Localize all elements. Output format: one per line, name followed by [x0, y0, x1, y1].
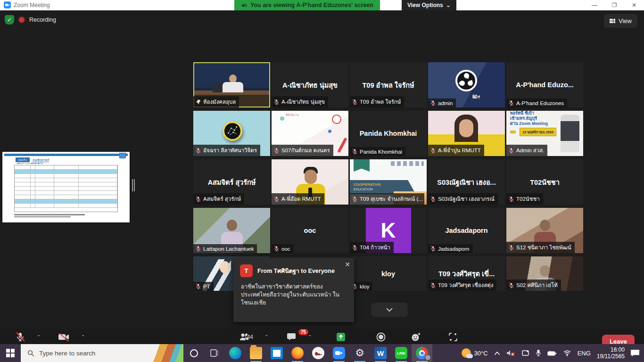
participant-tile[interactable]: JadsadapornJadsadaporn	[428, 208, 505, 253]
muted-mic-icon	[195, 196, 201, 202]
slide-ribbon	[354, 159, 370, 172]
taskbar-edge[interactable]	[225, 344, 246, 362]
participant-name-label: admin	[428, 99, 456, 107]
chat-notification-popup[interactable]: ✕ T From Tศศินิตฐา to Everyone อาชีพในสา…	[233, 258, 354, 322]
taskbar-file-explorer[interactable]	[246, 344, 266, 362]
taskbar-word[interactable]: W	[370, 344, 391, 362]
participant-tile[interactable]: COOPERATIVEEDUCATIONT09 สุเบซะ จำนงลักษณ…	[350, 159, 427, 205]
tray-expand-chevron[interactable]	[494, 351, 500, 355]
minimize-button[interactable]: —	[585, 0, 604, 10]
taskbar-zoom[interactable]	[329, 344, 349, 362]
muted-mic-icon	[195, 283, 201, 289]
video-options-caret[interactable]: ⌃	[81, 334, 85, 339]
taskbar-garuda-app[interactable]: ๛	[308, 344, 329, 362]
taskbar-search-input[interactable]: Type here to search	[21, 344, 183, 362]
participant-tile[interactable]: Panida KhomkhaiPanida Khomkhai	[350, 111, 427, 156]
participant-tile[interactable]: อัจฉรา ลีลาทัศนาวิจิตร	[193, 111, 270, 156]
participant-tile[interactable]: Aสมจิตร์ สุวรักษ์Aสมจิตร์ สุวรักษ์	[193, 159, 270, 205]
zoom-app-icon	[4, 1, 11, 8]
participant-name-label: A-พี่อ๊อด RMUTT	[272, 193, 324, 205]
chat-popup-close-icon[interactable]: ✕	[345, 261, 350, 268]
gallery-next-page-button[interactable]	[371, 303, 408, 317]
screen-cast-icon[interactable]	[521, 350, 529, 357]
participant-tile[interactable]: พอร์ตนี้ ชี้เป้าเข้ามทร.ธัญบุรีผ่าน Zoom…	[506, 111, 583, 156]
edge-icon	[229, 347, 241, 359]
close-button[interactable]: ✕	[624, 0, 644, 10]
restore-button[interactable]: ❐	[604, 0, 624, 10]
unmute-options-caret[interactable]: ⌃	[37, 334, 41, 339]
window-titlebar: Zoom Meeting You are viewing A-P'hand Ed…	[0, 0, 644, 10]
settings-gear-icon: ⚙	[355, 347, 364, 359]
security-shield-icon[interactable]: ✓	[5, 15, 14, 25]
muted-mic-icon	[430, 148, 436, 154]
document-table	[14, 165, 118, 212]
participant-tile[interactable]: oocooc	[272, 208, 348, 253]
video-off-icon	[57, 331, 71, 343]
chevron-down-icon: ⌄	[446, 2, 451, 8]
wifi-icon[interactable]	[563, 350, 571, 356]
participant-name-label: T09 วงศ์วิศรุต เชื่องสตุ่ง	[428, 280, 496, 291]
record-icon	[375, 331, 387, 343]
speaker-body	[223, 82, 243, 92]
volume-muted-icon[interactable]	[506, 349, 515, 357]
clock-time: 16:00	[611, 346, 625, 353]
microphone-tray-icon[interactable]	[536, 349, 541, 357]
chat-caret[interactable]: ⌃	[308, 334, 312, 339]
participant-tile[interactable]: T02นัชชาT02นัชชา	[506, 159, 583, 205]
participant-tile[interactable]: A-P'hand Eduzo...A-P'hand Eduzones	[506, 62, 583, 107]
language-indicator[interactable]: ENG	[578, 350, 591, 357]
view-options-button[interactable]: View Options⌄	[402, 0, 456, 10]
obs-logo-icon	[455, 70, 477, 91]
cortana-button[interactable]	[183, 344, 204, 362]
participant-tile[interactable]: S12 ชนิดาภา ไชยพัฒน์	[506, 208, 583, 253]
participant-tile[interactable]: admin	[428, 62, 505, 107]
muted-mic-icon	[195, 246, 201, 252]
participant-tile[interactable]: A-พี่จำปูน RMUTT	[428, 111, 505, 156]
taskbar-line[interactable]: LINE	[391, 344, 412, 362]
search-box-illustration	[153, 344, 183, 362]
poster-date-badge: 19 พฤศจิกายน 2565	[520, 128, 556, 136]
search-icon	[27, 350, 34, 357]
participant-tile[interactable]: พิธีเปิดงานS07กันต์กมล คงนคร	[272, 111, 348, 156]
participant-tile[interactable]: ห้องมังคลอุบล	[193, 62, 270, 107]
view-button[interactable]: View	[604, 14, 637, 28]
document-subheading: - (FACULTY OF LIBERAL ARTS)	[16, 162, 43, 165]
participant-tile[interactable]: Lattapon Lachantuek	[193, 208, 270, 253]
window-title: Zoom Meeting	[14, 2, 50, 8]
task-view-icon	[210, 348, 219, 358]
chevron-down-icon	[386, 307, 393, 312]
task-view-button[interactable]	[204, 344, 225, 362]
taskbar-settings[interactable]: ⚙	[349, 344, 370, 362]
start-button[interactable]	[0, 344, 21, 362]
participant-tile[interactable]: KT04 ก้าวหน้า	[350, 208, 427, 253]
share-screen-icon	[335, 331, 347, 343]
battery-icon[interactable]	[547, 350, 557, 356]
taskbar-chrome[interactable]	[412, 344, 432, 362]
participant-tile[interactable]: S03ณัฐณิชา เฮงอ...S03ณัฐณิชา เฮงอาภรณ์	[428, 159, 505, 205]
firefox-icon	[291, 347, 304, 359]
muted-mic-icon	[352, 99, 358, 105]
taskbar-weather[interactable]: 30°C	[462, 348, 488, 358]
participant-tile[interactable]: T09 อำพล ใจรักษ์T09 อำพล ใจรักษ์	[350, 62, 427, 107]
participant-tile[interactable]: A-ณิชาภัทธ นุ่มสุขA-ณิชาภัทธ นุ่มสุข	[272, 62, 348, 107]
participants-caret[interactable]: ⌃	[264, 334, 268, 339]
taskbar-clock[interactable]: 16:00 19/11/2565	[597, 346, 625, 360]
chat-unread-badge: 75	[298, 329, 308, 335]
panel-drag-handle[interactable]	[132, 179, 136, 191]
participant-name-label: Aสมจิตร์ สุวรักษ์	[193, 193, 244, 205]
participant-tile[interactable]: A-พี่อ๊อด RMUTT	[272, 159, 348, 205]
slide-logos	[391, 161, 424, 166]
file-explorer-icon	[250, 347, 262, 359]
participant-name-label: ห้องมังคลอุบล	[193, 96, 239, 107]
action-center-icon[interactable]	[631, 350, 639, 357]
participant-tile[interactable]: S02 ศศินิภา เย่โท้	[506, 256, 583, 291]
taskbar-store[interactable]	[266, 344, 287, 362]
participant-tile[interactable]: T09 วงศ์วิศรุต เขี่...T09 วงศ์วิศรุต เชื…	[428, 256, 505, 291]
muted-mic-icon	[273, 246, 280, 252]
participant-name-label: T04 ก้าวหน้า	[350, 242, 394, 253]
muted-mic-icon	[352, 196, 358, 202]
taskbar-firefox[interactable]	[287, 344, 308, 362]
poster-date-badge	[510, 131, 516, 133]
participant-name-label: S03ณัฐณิชา เฮงอาภรณ์	[428, 193, 498, 205]
participant-tile[interactable]: kloykloy	[350, 256, 427, 291]
